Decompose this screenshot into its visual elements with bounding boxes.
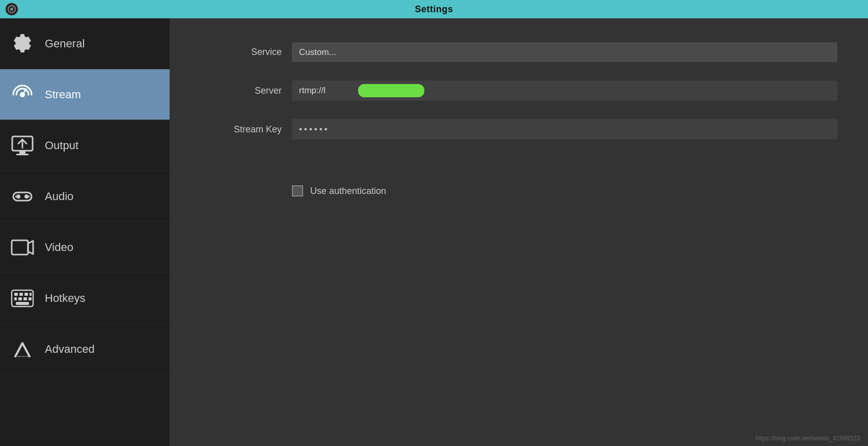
svg-rect-23 bbox=[23, 297, 27, 300]
sidebar-item-video[interactable]: Video bbox=[0, 222, 170, 273]
svg-point-10 bbox=[16, 194, 20, 199]
server-field bbox=[292, 80, 837, 101]
server-input[interactable] bbox=[292, 80, 837, 101]
advanced-icon bbox=[10, 337, 35, 361]
svg-marker-15 bbox=[28, 241, 33, 254]
sidebar-item-stream[interactable]: Stream bbox=[0, 69, 170, 120]
svg-point-2 bbox=[10, 8, 13, 11]
svg-rect-7 bbox=[16, 154, 29, 155]
svg-rect-18 bbox=[19, 293, 23, 296]
svg-rect-22 bbox=[18, 297, 22, 300]
output-icon bbox=[10, 133, 35, 158]
auth-label: Use authentication bbox=[310, 186, 386, 197]
audio-icon bbox=[10, 184, 35, 209]
gear-icon bbox=[10, 32, 35, 56]
app-logo bbox=[5, 3, 18, 16]
sidebar-item-hotkeys-label: Hotkeys bbox=[45, 292, 85, 305]
video-icon bbox=[10, 235, 35, 260]
sidebar-item-hotkeys[interactable]: Hotkeys bbox=[0, 273, 170, 324]
service-select[interactable]: Custom... bbox=[292, 42, 837, 62]
stream-key-input[interactable] bbox=[292, 119, 837, 140]
stream-key-row: Stream Key bbox=[200, 116, 837, 143]
server-label: Server bbox=[200, 86, 282, 96]
server-row: Server bbox=[200, 77, 837, 104]
svg-rect-24 bbox=[29, 297, 32, 300]
svg-rect-25 bbox=[16, 302, 29, 305]
window-title: Settings bbox=[415, 4, 453, 15]
auth-checkbox[interactable] bbox=[292, 185, 303, 197]
sidebar-item-stream-label: Stream bbox=[45, 88, 81, 101]
sidebar-item-general[interactable]: General bbox=[0, 18, 170, 69]
svg-line-26 bbox=[15, 343, 22, 356]
svg-rect-14 bbox=[12, 240, 28, 255]
title-bar: Settings bbox=[0, 0, 868, 18]
svg-line-27 bbox=[22, 343, 30, 356]
sidebar-item-video-label: Video bbox=[45, 241, 73, 254]
sidebar-item-advanced-label: Advanced bbox=[45, 343, 95, 356]
sidebar-item-audio[interactable]: Audio bbox=[0, 171, 170, 222]
sidebar-item-audio-label: Audio bbox=[45, 190, 73, 203]
sidebar-item-general-label: General bbox=[45, 37, 85, 50]
sidebar: General Stream bbox=[0, 18, 170, 446]
sidebar-item-output[interactable]: Output bbox=[0, 120, 170, 171]
service-row: Service Custom... bbox=[200, 39, 837, 65]
service-label: Service bbox=[200, 47, 282, 58]
sidebar-item-advanced[interactable]: Advanced bbox=[0, 324, 170, 375]
stream-key-label: Stream Key bbox=[200, 124, 282, 135]
auth-row: Use authentication bbox=[200, 185, 837, 197]
content-area: Service Custom... Server Stream Key Use … bbox=[170, 18, 868, 446]
stream-icon bbox=[10, 82, 35, 107]
svg-rect-17 bbox=[14, 293, 18, 296]
svg-point-11 bbox=[24, 194, 29, 199]
svg-rect-6 bbox=[19, 151, 25, 154]
sidebar-item-output-label: Output bbox=[45, 139, 78, 152]
hotkeys-icon bbox=[10, 286, 35, 311]
svg-rect-21 bbox=[14, 297, 17, 300]
main-area: General Stream bbox=[0, 18, 868, 446]
svg-rect-19 bbox=[24, 293, 28, 296]
svg-rect-20 bbox=[30, 293, 32, 296]
watermark: https://blog.csdn.net/weixin_42599323 bbox=[756, 435, 860, 442]
